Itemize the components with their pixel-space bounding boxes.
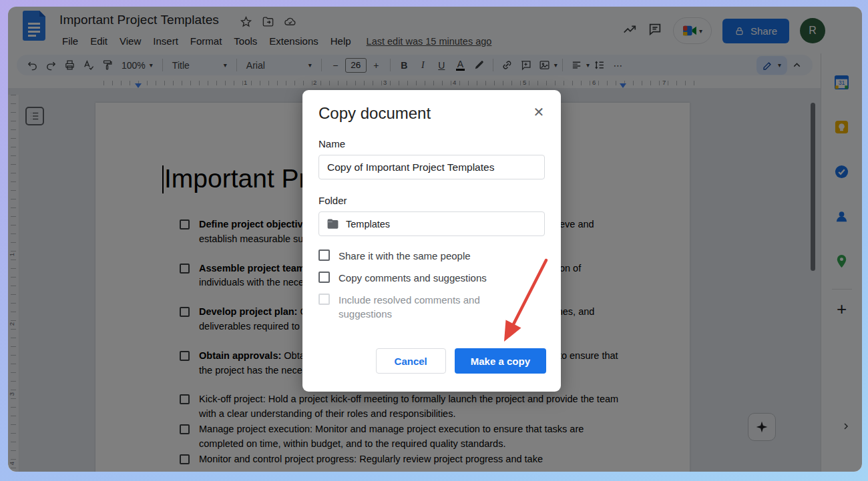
make-a-copy-button[interactable]: Make a copy bbox=[455, 348, 546, 374]
dialog-title: Copy document bbox=[318, 104, 545, 123]
cancel-button[interactable]: Cancel bbox=[376, 348, 446, 374]
folder-icon bbox=[327, 217, 339, 230]
option-checkbox[interactable] bbox=[318, 250, 330, 261]
option-label: Copy comments and suggestions bbox=[339, 271, 487, 285]
option-label: Share it with the same people bbox=[339, 249, 471, 263]
annotation-arrow bbox=[491, 255, 554, 348]
folder-label: Folder bbox=[318, 195, 545, 206]
selected-folder-name: Templates bbox=[346, 219, 390, 229]
folder-picker-button[interactable]: Templates bbox=[318, 211, 545, 236]
name-label: Name bbox=[318, 138, 545, 149]
option-checkbox[interactable] bbox=[318, 272, 330, 283]
copy-name-input[interactable] bbox=[318, 155, 545, 179]
option-checkbox bbox=[318, 294, 330, 305]
close-icon[interactable]: ✕ bbox=[531, 105, 546, 119]
